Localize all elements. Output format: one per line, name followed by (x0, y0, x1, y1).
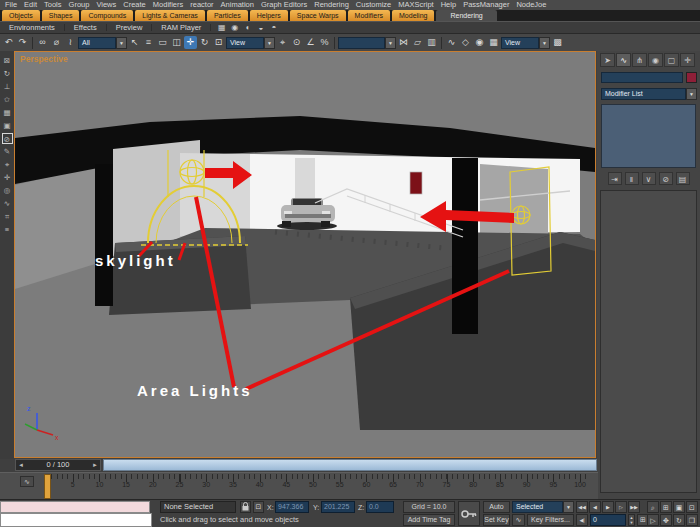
key-filter-curve-icon[interactable]: ∿ (512, 514, 525, 526)
create-tab-icon[interactable]: ➤ (600, 53, 615, 67)
auto-key-button[interactable]: Auto Key (483, 501, 510, 513)
select-and-move-icon[interactable]: ✛ (184, 36, 197, 49)
maxscript-listener-pink[interactable] (0, 501, 150, 513)
curve-editor-icon[interactable]: ∿ (445, 36, 458, 49)
add-time-tag-button[interactable]: Add Time Tag (403, 514, 455, 526)
absolute-offset-mode-icon[interactable]: ⊡ (253, 501, 264, 513)
remove-modifier-icon[interactable]: ⊘ (659, 172, 673, 185)
environments-button[interactable]: Environments (0, 24, 65, 32)
tab-helpers[interactable]: Helpers (250, 10, 288, 21)
quick-render-icon[interactable]: ▩ (551, 36, 564, 49)
bind-to-space-warp-icon[interactable]: ≀ (64, 36, 77, 49)
angle-snap-icon[interactable]: ∠ (304, 36, 317, 49)
dropdown-arrow-icon[interactable]: ▼ (686, 88, 697, 100)
go-to-end-button[interactable]: ▶▶ (628, 501, 640, 513)
play-button[interactable]: ▶ (602, 501, 614, 513)
utilities-tab-icon[interactable]: ✛ (680, 53, 695, 67)
left-toolbar-icon[interactable]: ⊠ (2, 55, 13, 66)
menu-item[interactable]: Help (441, 1, 456, 9)
dropdown-arrow-icon[interactable]: ▼ (539, 37, 550, 49)
menu-item[interactable]: Edit (24, 1, 37, 9)
tab-modeling[interactable]: Modeling (392, 10, 434, 21)
tab-space-warps[interactable]: Space Warps (290, 10, 346, 21)
snap-toggle-icon[interactable]: ⊙ (290, 36, 303, 49)
tab-objects[interactable]: Objects (2, 10, 40, 21)
left-toolbar-icon[interactable]: ↻ (2, 68, 13, 79)
frame-spinner[interactable]: ▲▼ (628, 514, 635, 526)
object-name-field[interactable] (601, 72, 683, 83)
render-setup-icon[interactable]: ▦ (487, 36, 500, 49)
effects-button[interactable]: Effects (65, 24, 107, 32)
pan-icon[interactable]: ✥ (660, 514, 672, 526)
show-end-result-icon[interactable]: ‖ (625, 172, 639, 185)
set-key-button[interactable]: Set Key (483, 514, 510, 526)
key-step-toggle-icon[interactable]: ◀| (576, 514, 588, 526)
tab-rendering[interactable]: Rendering (436, 10, 496, 21)
x-coordinate-field[interactable]: 947.366 (275, 501, 309, 513)
key-filters-button[interactable]: Key Filters... (527, 514, 574, 526)
checker-icon[interactable]: ▦ (215, 23, 228, 33)
zoom-icon[interactable]: ⌕ (647, 501, 659, 513)
tab-modifiers[interactable]: Modifiers (348, 10, 390, 21)
modifier-list-dropdown[interactable]: Modifier List ▼ (601, 88, 697, 100)
window-crossing-icon[interactable]: ◫ (170, 36, 183, 49)
render-view-dropdown[interactable]: View ▼ (501, 37, 550, 49)
tab-compounds[interactable]: Compounds (81, 10, 133, 21)
modifier-stack-list[interactable] (601, 104, 696, 168)
menu-item[interactable]: Group (69, 1, 90, 9)
dropdown-arrow-icon[interactable]: ▼ (264, 37, 275, 49)
select-and-link-icon[interactable]: ∞ (36, 36, 49, 49)
unlink-selection-icon[interactable]: ⌀ (50, 36, 63, 49)
left-toolbar-icon[interactable]: ≡ (2, 224, 13, 235)
time-ruler[interactable]: ∿ 51015202530354045505560657075808590951… (0, 472, 598, 499)
selection-lock-icon[interactable] (240, 501, 251, 513)
modify-tab-icon[interactable]: ∿ (616, 53, 631, 67)
tab-shapes[interactable]: Shapes (42, 10, 80, 21)
named-selection-sets-dropdown[interactable]: ▼ (338, 37, 396, 49)
tab-particles[interactable]: Particles (207, 10, 248, 21)
y-coordinate-field[interactable]: 201.225 (321, 501, 355, 513)
menu-item[interactable]: Animation (221, 1, 254, 9)
menu-item[interactable]: MAXScript (398, 1, 433, 9)
percent-snap-icon[interactable]: % (318, 36, 331, 49)
select-by-name-icon[interactable]: ≡ (142, 36, 155, 49)
menu-item[interactable]: File (5, 1, 17, 9)
material-editor-icon[interactable]: ◉ (473, 36, 486, 49)
pin-stack-icon[interactable]: ⇥ (608, 172, 622, 185)
render-preset-icon[interactable]: ◐ (241, 23, 254, 33)
motion-tab-icon[interactable]: ◉ (648, 53, 663, 67)
use-pivot-point-icon[interactable]: ⌖ (276, 36, 289, 49)
display-tab-icon[interactable]: ▢ (664, 53, 679, 67)
zoom-extents-all-icon[interactable]: ⊡ (686, 501, 698, 513)
left-toolbar-icon[interactable]: ▦ (2, 107, 13, 118)
menu-item[interactable]: Tools (44, 1, 62, 9)
people-icon[interactable]: ◉ (228, 23, 241, 33)
make-unique-icon[interactable]: ∨ (642, 172, 656, 185)
left-toolbar-icon[interactable]: ∿ (2, 198, 13, 209)
render-preset-icon[interactable]: ◓ (267, 23, 280, 33)
menu-item[interactable]: Views (96, 1, 116, 9)
min-max-toggle-icon[interactable]: ❐ (686, 514, 698, 526)
object-color-swatch[interactable] (686, 72, 697, 83)
render-preset-icon[interactable]: ◒ (254, 23, 267, 33)
left-toolbar-icon[interactable]: ⌖ (2, 159, 13, 170)
go-to-start-button[interactable]: ◀◀ (576, 501, 588, 513)
set-keys-key-icon[interactable] (458, 501, 480, 526)
menu-item[interactable]: Create (123, 1, 146, 9)
preview-button[interactable]: Preview (107, 24, 153, 32)
left-toolbar-icon[interactable]: ✛ (2, 172, 13, 183)
perspective-viewport[interactable]: Perspective (14, 51, 596, 458)
left-toolbar-icon[interactable]: ✎ (2, 146, 13, 157)
select-and-scale-icon[interactable]: ⊡ (212, 36, 225, 49)
field-of-view-icon[interactable]: ▷ (647, 514, 659, 526)
dropdown-arrow-icon[interactable]: ▼ (116, 37, 127, 49)
arc-rotate-icon[interactable]: ↻ (673, 514, 685, 526)
redo-icon[interactable]: ↷ (16, 36, 29, 49)
current-frame-field[interactable]: 0 (590, 514, 626, 526)
key-mode-dropdown[interactable]: Selected ▼ (512, 501, 574, 513)
menu-item[interactable]: Rendering (314, 1, 349, 9)
selection-filter-dropdown[interactable]: All ▼ (78, 37, 127, 49)
menu-item[interactable]: NodeJoe (516, 1, 546, 9)
zoom-extents-icon[interactable]: ▣ (673, 501, 685, 513)
left-toolbar-icon[interactable]: ◎ (2, 185, 13, 196)
